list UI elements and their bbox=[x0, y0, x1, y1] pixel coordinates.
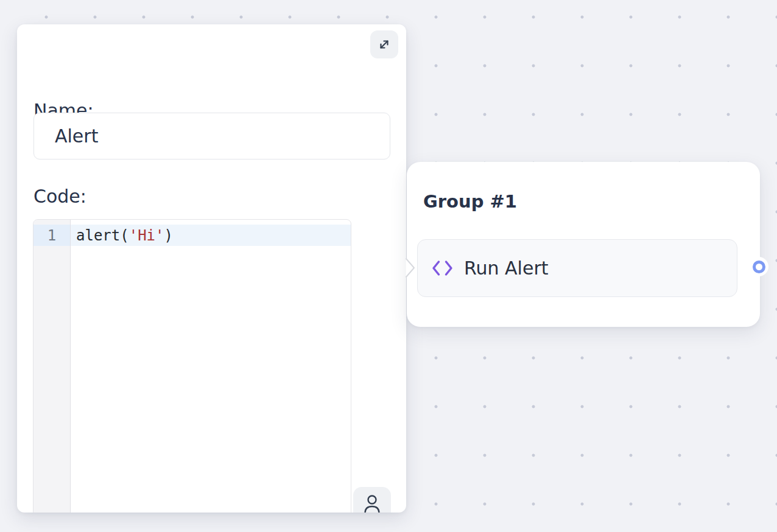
code-label: Code: bbox=[33, 185, 86, 208]
name-input[interactable] bbox=[33, 113, 390, 159]
code-editor-gutter: 1 bbox=[33, 220, 71, 513]
code-brackets-icon bbox=[431, 259, 454, 277]
node-editor-panel: Name: Code: 1 alert('Hi') bbox=[17, 24, 406, 513]
flow-canvas[interactable]: Name: Code: 1 alert('Hi') Group #1 bbox=[0, 0, 777, 532]
run-alert-node[interactable]: Run Alert bbox=[417, 239, 737, 297]
code-line: alert('Hi') bbox=[71, 225, 351, 246]
output-handle-ring bbox=[753, 261, 765, 273]
node-input-handle[interactable] bbox=[404, 257, 417, 279]
code-token: alert( bbox=[76, 227, 129, 244]
node-label: Run Alert bbox=[464, 257, 548, 279]
node-output-handle[interactable] bbox=[749, 257, 768, 276]
person-icon bbox=[364, 494, 381, 513]
code-token-string: 'Hi' bbox=[129, 227, 164, 244]
group-title: Group #1 bbox=[423, 191, 517, 212]
code-editor-content[interactable]: alert('Hi') bbox=[71, 220, 351, 513]
group-node[interactable]: Group #1 Run Alert bbox=[407, 162, 760, 327]
person-button[interactable] bbox=[353, 487, 391, 513]
line-number: 1 bbox=[33, 225, 70, 246]
code-editor[interactable]: 1 alert('Hi') bbox=[33, 219, 351, 513]
code-token: ) bbox=[164, 227, 173, 244]
expand-button[interactable] bbox=[370, 30, 398, 58]
expand-icon bbox=[378, 38, 391, 51]
